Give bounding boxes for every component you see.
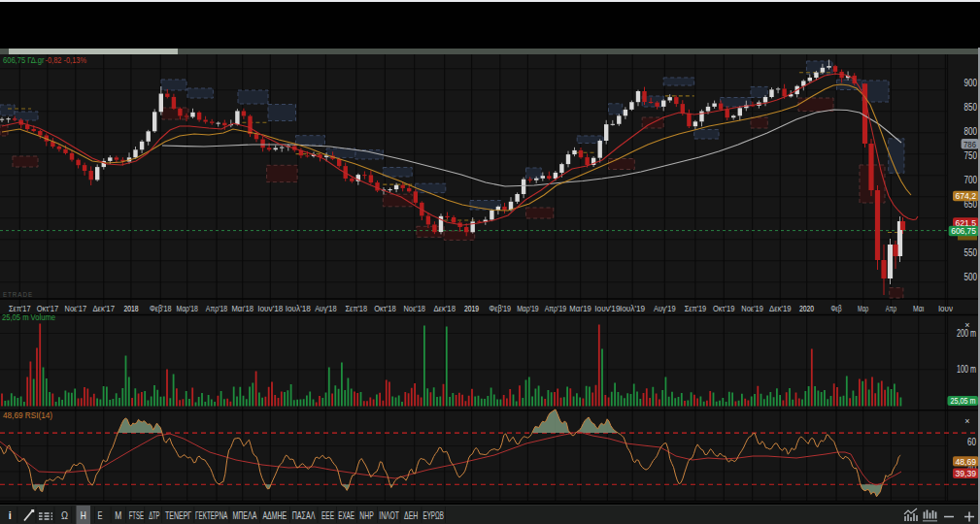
svg-text:Ιουν'18: Ιουν'18 — [257, 304, 283, 313]
svg-text:Ιουν'19: Ιουν'19 — [594, 304, 620, 313]
svg-text:60: 60 — [967, 437, 976, 447]
svg-text:Ω: Ω — [61, 509, 68, 521]
svg-text:Μαρ: Μαρ — [858, 304, 868, 313]
svg-text:39,39: 39,39 — [955, 468, 976, 478]
svg-text:Αυγ'18: Αυγ'18 — [315, 304, 337, 313]
svg-text:ETRADE: ETRADE — [3, 291, 33, 298]
svg-text:ΜΠΕΛΑ: ΜΠΕΛΑ — [232, 509, 256, 521]
svg-text:×: × — [964, 416, 969, 426]
svg-text:800: 800 — [964, 126, 978, 137]
svg-text:Μαρ'19: Μαρ'19 — [517, 304, 539, 313]
svg-text:Σεπ'19: Σεπ'19 — [685, 304, 707, 313]
svg-text:Ιουλ'19: Ιουλ'19 — [620, 304, 645, 313]
svg-text:ΕΕΕ: ΕΕΕ — [321, 509, 334, 521]
svg-text:Μαι: Μαι — [913, 304, 924, 313]
svg-text:Μαι'18: Μαι'18 — [231, 304, 253, 313]
svg-text:Νοε'17: Νοε'17 — [65, 304, 87, 313]
svg-text:200 m: 200 m — [957, 328, 976, 339]
svg-text:Οκτ'19: Οκτ'19 — [713, 304, 735, 313]
svg-text:ΤΕΝΕΡΓ: ΤΕΝΕΡΓ — [165, 509, 191, 521]
svg-text:Νοε'19: Νοε'19 — [741, 304, 763, 313]
svg-text:500: 500 — [964, 272, 978, 282]
svg-text:48,69: 48,69 — [955, 456, 976, 467]
svg-text:Απρ'18: Απρ'18 — [206, 304, 228, 313]
svg-text:Ε: Ε — [98, 509, 103, 521]
svg-text:ΙΝΛΟΤ: ΙΝΛΟΤ — [379, 509, 399, 521]
svg-text:FTSE: FTSE — [129, 509, 144, 521]
svg-text:Φεβ: Φεβ — [830, 304, 841, 313]
svg-text:Αυγ'19: Αυγ'19 — [654, 304, 676, 313]
svg-text:606,75: 606,75 — [951, 225, 976, 236]
svg-text:ΕΧΑΕ: ΕΧΑΕ — [338, 509, 355, 521]
svg-text:ΠΑΣΑΛ: ΠΑΣΑΛ — [292, 509, 316, 521]
svg-text:Οκτ'18: Οκτ'18 — [374, 304, 396, 313]
svg-text:700: 700 — [964, 175, 978, 185]
svg-text:ΕΥΡΩΒ: ΕΥΡΩΒ — [423, 509, 444, 521]
svg-text:Ιουν: Ιουν — [938, 304, 953, 313]
svg-text:Σεπ'18: Σεπ'18 — [346, 304, 368, 313]
svg-text:2020: 2020 — [799, 304, 814, 313]
svg-text:Ιουλ'18: Ιουλ'18 — [286, 304, 311, 313]
svg-text:606,75 ΓΔ.gr: 606,75 ΓΔ.gr — [3, 55, 45, 65]
svg-text:Σεπ'17: Σεπ'17 — [9, 304, 31, 313]
svg-text:Δεκ'19: Δεκ'19 — [769, 304, 792, 313]
svg-text:Δεκ'18: Δεκ'18 — [433, 304, 456, 313]
svg-text:674,2: 674,2 — [955, 190, 976, 201]
svg-text:900: 900 — [964, 78, 978, 88]
svg-text:100 m: 100 m — [957, 364, 976, 375]
svg-text:25,05 m: 25,05 m — [951, 396, 976, 406]
svg-text:ΔΤΡ: ΔΤΡ — [149, 509, 159, 521]
svg-text:550: 550 — [964, 247, 978, 258]
svg-text:Μαι'19: Μαι'19 — [569, 304, 591, 313]
svg-text:2018: 2018 — [123, 304, 138, 313]
svg-text:ΝΗΡ: ΝΗΡ — [359, 509, 373, 521]
svg-text:Μ: Μ — [115, 509, 121, 521]
svg-text:Φεβ'18: Φεβ'18 — [150, 304, 172, 313]
svg-text:ΓΕΚΤΕΡΝΑ: ΓΕΚΤΕΡΝΑ — [195, 509, 227, 521]
svg-text:Δεκ'17: Δεκ'17 — [92, 304, 115, 313]
svg-text:Νοε'18: Νοε'18 — [403, 304, 425, 313]
svg-text:Οκτ'17: Οκτ'17 — [37, 304, 59, 313]
svg-text:Μαρ'18: Μαρ'18 — [176, 304, 198, 313]
svg-text:ΔΕΗ: ΔΕΗ — [404, 509, 418, 521]
svg-text:-0,82 -0,13%: -0,82 -0,13% — [46, 55, 87, 65]
svg-text:Φεβ'19: Φεβ'19 — [490, 304, 512, 313]
svg-text:Απρ: Απρ — [886, 304, 896, 313]
svg-text:25,05 m Volume: 25,05 m Volume — [2, 312, 55, 322]
svg-text:×: × — [964, 320, 969, 330]
svg-text:i: i — [9, 509, 12, 521]
svg-text:Απρ'19: Απρ'19 — [545, 304, 567, 313]
svg-text:2019: 2019 — [464, 304, 479, 313]
svg-text:ΑΔΜΗΕ: ΑΔΜΗΕ — [262, 509, 287, 521]
svg-text:48,69 RSI(14): 48,69 RSI(14) — [3, 410, 52, 420]
svg-text:786: 786 — [963, 139, 976, 149]
svg-text:750: 750 — [964, 150, 978, 161]
svg-text:850: 850 — [964, 102, 978, 113]
svg-text:Η: Η — [81, 509, 86, 521]
